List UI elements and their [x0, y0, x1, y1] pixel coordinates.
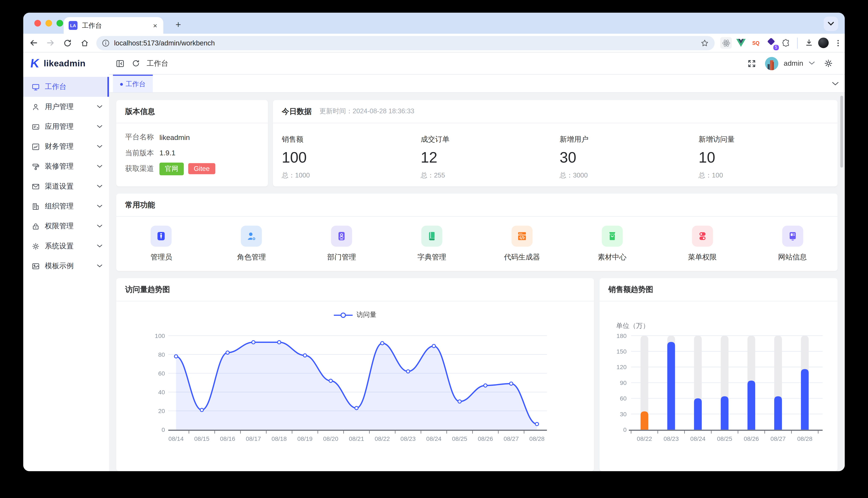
svg-text:08/23: 08/23 — [664, 435, 679, 442]
new-tab-button[interactable]: + — [170, 17, 186, 32]
svg-text:08/27: 08/27 — [770, 435, 786, 442]
svg-text:180: 180 — [616, 332, 627, 339]
monitor-icon — [31, 82, 40, 91]
chevron-down-icon — [97, 205, 103, 208]
card-title: 常用功能 — [125, 200, 155, 210]
building-icon — [31, 202, 40, 210]
browser-tab-strip: LA 工作台 × + — [23, 13, 845, 34]
downloads-icon[interactable] — [803, 37, 815, 49]
toolbar-divider — [797, 37, 798, 49]
browser-window: LA 工作台 × + local — [23, 13, 845, 471]
current-version-row: 当前版本 1.9.1 — [125, 147, 259, 158]
bookmark-star-icon[interactable] — [700, 38, 709, 47]
sidebar-item-decoration[interactable]: 装修管理 — [23, 156, 109, 176]
page-tab-workbench[interactable]: 工作台 — [113, 75, 153, 92]
website-info-icon — [782, 225, 803, 247]
purple-diamond-extension-icon[interactable]: 5 — [765, 37, 777, 49]
tab-search-chevron-icon[interactable] — [824, 17, 838, 31]
card-title: 销售额趋势图 — [608, 285, 653, 294]
channel-row: 获取渠道 官网 Gitee — [125, 163, 259, 174]
site-info-icon[interactable] — [102, 39, 110, 47]
function-roles[interactable]: 角色管理 — [206, 225, 296, 262]
settings-gear-icon[interactable] — [820, 55, 836, 71]
browser-menu-icon[interactable] — [832, 37, 843, 49]
svg-text:08/17: 08/17 — [246, 435, 261, 442]
window-controls — [34, 20, 63, 26]
minimize-window-button[interactable] — [46, 20, 52, 26]
function-departments[interactable]: 部门管理 — [297, 225, 387, 262]
svg-text:08/23: 08/23 — [400, 435, 416, 442]
admin-tie-icon — [151, 225, 172, 247]
gitee-button[interactable]: Gitee — [188, 163, 215, 174]
browser-profile-avatar[interactable] — [818, 38, 829, 48]
svg-text:08/28: 08/28 — [529, 435, 545, 442]
svg-text:90: 90 — [620, 379, 627, 386]
username[interactable]: admin — [784, 59, 803, 67]
sidebar-item-permissions[interactable]: 权限管理 — [23, 216, 109, 236]
browser-tab[interactable]: LA 工作台 × — [64, 17, 163, 34]
chevron-down-icon — [97, 165, 103, 168]
sidebar: K likeadmin 工作台 用户管理 应用管理 — [23, 52, 109, 471]
stat-new-users: 新增用户 30 总：3000 — [560, 134, 699, 180]
updated-time: 更新时间：2024-08-28 18:36:33 — [319, 107, 414, 116]
close-window-button[interactable] — [34, 20, 41, 26]
back-icon[interactable] — [26, 36, 40, 50]
address-bar[interactable]: localhost:5173/admin/workbench — [96, 36, 715, 50]
sq-extension-icon[interactable]: SQ — [750, 37, 762, 49]
svg-text:08/21: 08/21 — [349, 435, 364, 442]
vue-devtools-extension-icon[interactable] — [735, 37, 747, 49]
stat-sales: 销售额 100 总：1000 — [282, 134, 421, 180]
sidebar-item-finance[interactable]: 财务管理 — [23, 136, 109, 156]
user-menu-chevron-icon[interactable] — [809, 62, 815, 65]
sidebar-item-template-examples[interactable]: 模板示例 — [23, 256, 109, 276]
function-dictionary[interactable]: 字典管理 — [387, 225, 477, 262]
function-material-center[interactable]: 素材中心 — [567, 225, 657, 262]
svg-text:08/25: 08/25 — [452, 435, 467, 442]
logo-text: likeadmin — [43, 59, 86, 69]
home-icon[interactable] — [78, 36, 92, 50]
fullscreen-icon[interactable] — [744, 55, 759, 71]
svg-text:08/16: 08/16 — [220, 435, 235, 442]
svg-text:08/28: 08/28 — [797, 435, 812, 442]
sales-trend-card: 销售额趋势图 单位（万） 030609012015018008/2208/230… — [600, 278, 838, 471]
material-box-icon — [602, 225, 623, 247]
reload-icon[interactable] — [61, 36, 75, 50]
chevron-down-icon — [97, 224, 103, 228]
function-code-generator[interactable]: 代码生成器 — [477, 225, 567, 262]
user-avatar[interactable] — [765, 57, 778, 70]
svg-text:08/22: 08/22 — [637, 435, 652, 442]
sidebar-item-channels[interactable]: 渠道设置 — [23, 176, 109, 196]
svg-text:08/24: 08/24 — [690, 435, 705, 442]
chevron-down-icon — [97, 245, 103, 248]
svg-text:120: 120 — [616, 364, 627, 370]
tab-close-icon[interactable]: × — [152, 21, 158, 30]
content-scrollbar[interactable] — [840, 95, 843, 168]
user-icon — [31, 103, 40, 111]
refresh-page-icon[interactable] — [128, 55, 143, 71]
official-site-button[interactable]: 官网 — [159, 162, 184, 175]
maximize-window-button[interactable] — [56, 20, 63, 26]
app-logo[interactable]: K likeadmin — [23, 52, 109, 75]
lock-icon — [31, 222, 40, 231]
forward-icon[interactable] — [43, 36, 58, 50]
extensions-puzzle-icon[interactable] — [780, 37, 792, 49]
paint-roller-icon — [31, 162, 40, 171]
sidebar-item-users[interactable]: 用户管理 — [23, 97, 109, 117]
collapse-sidebar-icon[interactable] — [112, 55, 128, 71]
sidebar-item-system-settings[interactable]: 系统设置 — [23, 236, 109, 256]
function-admin[interactable]: 管理员 — [116, 225, 206, 262]
svg-text:08/20: 08/20 — [323, 435, 338, 442]
sidebar-item-organization[interactable]: 组织管理 — [23, 196, 109, 216]
chevron-down-icon — [97, 105, 103, 108]
sidebar-item-workbench[interactable]: 工作台 — [23, 77, 109, 97]
function-menu-permissions[interactable]: 菜单权限 — [657, 225, 747, 262]
url-text[interactable]: localhost:5173/admin/workbench — [114, 39, 696, 47]
tab-title: 工作台 — [82, 21, 148, 30]
function-website-info[interactable]: 网站信息 — [747, 225, 838, 262]
tab-list-chevron-icon[interactable] — [826, 75, 845, 92]
visits-line-chart: 02040608010008/1408/1508/1608/1708/1808/… — [116, 301, 594, 471]
react-devtools-extension-icon[interactable] — [720, 37, 732, 49]
sidebar-item-applications[interactable]: 应用管理 — [23, 117, 109, 136]
screen: LA 工作台 × + local — [0, 0, 868, 498]
svg-text:30: 30 — [620, 411, 627, 418]
